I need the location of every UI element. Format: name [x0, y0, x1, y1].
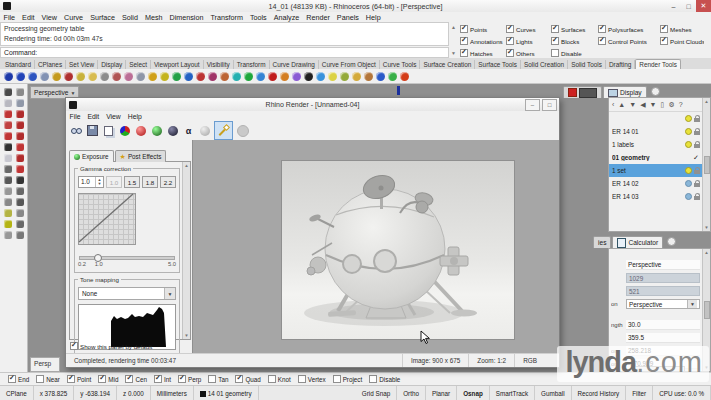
layer-visibility-bulb-icon[interactable] [685, 141, 692, 148]
osnap-checkbox[interactable]: ✓ Project [333, 375, 363, 383]
save-icon[interactable] [86, 124, 99, 137]
toolbar-icon[interactable] [28, 72, 37, 81]
statusbar-cell[interactable]: z 0.000 [117, 386, 151, 400]
statusbar-cell[interactable]: Grid Snap [356, 386, 397, 400]
side-toolbar-icon[interactable] [4, 231, 12, 239]
osnap-checkbox[interactable]: ✓ Mid [98, 375, 118, 383]
checkbox-icon[interactable]: ✓ [298, 375, 306, 383]
layer-lock-icon[interactable] [694, 170, 700, 174]
toolbar-icon[interactable] [364, 72, 373, 81]
grayscale-channel-icon[interactable] [198, 124, 211, 137]
layer-visibility-bulb-icon[interactable] [685, 167, 692, 174]
menu-item[interactable]: File [0, 13, 19, 22]
layers-toolbar-icon[interactable]: ? [679, 100, 683, 110]
gamma-preset-button[interactable]: 1.0 [106, 176, 122, 188]
toolbar-icon[interactable] [256, 72, 265, 81]
layer-lock-icon[interactable] [694, 131, 700, 135]
side-toolbar-icon[interactable] [16, 176, 24, 184]
layer-visibility-bulb-icon[interactable] [685, 180, 692, 187]
toolbar-icon[interactable] [40, 72, 49, 81]
scroll-down-icon[interactable]: ▼ [184, 333, 188, 338]
checkbox-icon[interactable]: ✓ [208, 375, 216, 383]
layers-toolbar-icon[interactable]: ▼ [650, 100, 657, 110]
toolbar-icon[interactable] [76, 72, 85, 81]
red-channel-icon[interactable] [134, 124, 147, 137]
checkbox-icon[interactable]: ✓ [67, 375, 75, 383]
tab-post-effects[interactable]: ★ Post Effects [115, 150, 167, 162]
filter-checkbox[interactable]: ✓ Lights [506, 37, 551, 45]
filter-checkbox[interactable]: ✓ Annotations [460, 37, 506, 45]
osnap-checkbox[interactable]: ✓ Cen [125, 375, 147, 383]
layers-toolbar-icon[interactable]: ▲ [618, 100, 625, 110]
layer-lock-icon[interactable] [694, 144, 700, 148]
statusbar-cell[interactable]: Osnap [457, 386, 490, 400]
checkbox-icon[interactable]: ✓ [70, 342, 78, 350]
filter-checkbox[interactable]: ✓ Points [460, 25, 506, 33]
render-menu-item[interactable]: Edit [84, 113, 103, 120]
osnap-checkbox[interactable]: ✓ Int [154, 375, 171, 383]
checkbox-icon[interactable]: ✓ [506, 25, 514, 33]
toolbar-icon[interactable] [280, 72, 289, 81]
menu-item[interactable]: Mesh [141, 13, 166, 22]
command-history-scrollbar[interactable]: ▲ ▼ [449, 22, 458, 58]
osnap-checkbox[interactable]: ✓ Knot [268, 375, 291, 383]
rgb-channel-icon[interactable] [118, 124, 131, 137]
property-value[interactable]: 30.0 ▼ [626, 320, 700, 330]
layer-visibility-bulb-icon[interactable] [685, 193, 692, 200]
toolbar-icon[interactable] [124, 72, 133, 81]
checkbox-icon[interactable]: ✓ [178, 375, 186, 383]
side-toolbar-icon[interactable] [4, 198, 12, 206]
checkbox-icon[interactable]: ✓ [551, 25, 559, 33]
side-toolbar-icon[interactable] [16, 132, 24, 140]
layer-visibility-bulb-icon[interactable] [685, 115, 692, 122]
statusbar-cell[interactable]: 14 01 geometry [194, 386, 259, 400]
checkbox-icon[interactable]: ✓ [460, 25, 468, 33]
blue-channel-icon[interactable] [166, 124, 179, 137]
checkbox-icon[interactable]: ✓ [598, 25, 606, 33]
command-history[interactable]: Processing geometry tableRendering time:… [0, 22, 449, 46]
statusbar-cell[interactable]: SmartTrack [490, 386, 535, 400]
toolbar-icon[interactable] [64, 72, 73, 81]
layer-row[interactable]: 1 labels ✓ [609, 138, 710, 151]
osnap-checkbox[interactable]: ✓ Vertex [298, 375, 326, 383]
chevron-down-icon[interactable]: ▼ [687, 300, 697, 308]
command-input[interactable]: Command: [0, 47, 449, 58]
property-value[interactable]: 1029 ▼ [626, 273, 700, 283]
scroll-down-icon[interactable]: ▼ [451, 50, 456, 56]
layer-lock-icon[interactable] [694, 196, 700, 200]
toolbar-icon[interactable] [316, 72, 325, 81]
menu-item[interactable]: Solid [118, 13, 141, 22]
checkbox-icon[interactable]: ✓ [154, 375, 162, 383]
layers-toolbar-icon[interactable]: ◀ [640, 100, 645, 110]
tab-exposure[interactable]: Exposure [69, 150, 114, 162]
checkbox-icon[interactable]: ✓ [551, 49, 559, 57]
toolbar-icon[interactable] [160, 72, 169, 81]
render-menu-item[interactable]: File [66, 113, 84, 120]
render-menu-item[interactable]: Help [124, 113, 145, 120]
menu-item[interactable]: Panels [333, 13, 362, 22]
filter-checkbox[interactable]: ✓ Meshes [660, 25, 704, 33]
render-minimize-button[interactable]: – [525, 99, 540, 111]
layer-row[interactable]: 01 geometry ✓ [609, 151, 710, 164]
viewport-bottom-tab[interactable]: Persp [30, 357, 60, 372]
checkbox-icon[interactable]: ✓ [369, 375, 377, 383]
filter-checkbox[interactable]: ✓ Point Clouds [660, 37, 704, 45]
toolbar-tab[interactable]: CPlanes [35, 60, 66, 69]
spinner-icons[interactable]: ▲ ▼ [95, 177, 103, 187]
menu-item[interactable]: Surface [87, 13, 119, 22]
panel-menu-icon[interactable] [651, 87, 660, 96]
side-toolbar-icon[interactable] [16, 121, 24, 129]
statusbar-cell[interactable]: Ortho [397, 386, 426, 400]
toolbar-icon[interactable] [16, 72, 25, 81]
side-toolbar-icon[interactable] [4, 176, 12, 184]
green-channel-icon[interactable] [150, 124, 163, 137]
filter-checkbox[interactable]: ✓ Curves [506, 25, 551, 33]
osnap-checkbox[interactable]: ✓ Perp [178, 375, 201, 383]
zoom-search-icon[interactable] [70, 124, 83, 137]
toolbar-icon[interactable] [328, 72, 337, 81]
side-toolbar-icon[interactable] [16, 99, 24, 107]
gamma-value-input[interactable]: 1.0 ▲ ▼ [78, 176, 104, 188]
toolbar-tab[interactable]: Curve Tools [380, 60, 421, 69]
property-value[interactable]: 359.5 ▼ [626, 333, 700, 343]
layer-lock-icon[interactable] [694, 183, 700, 187]
